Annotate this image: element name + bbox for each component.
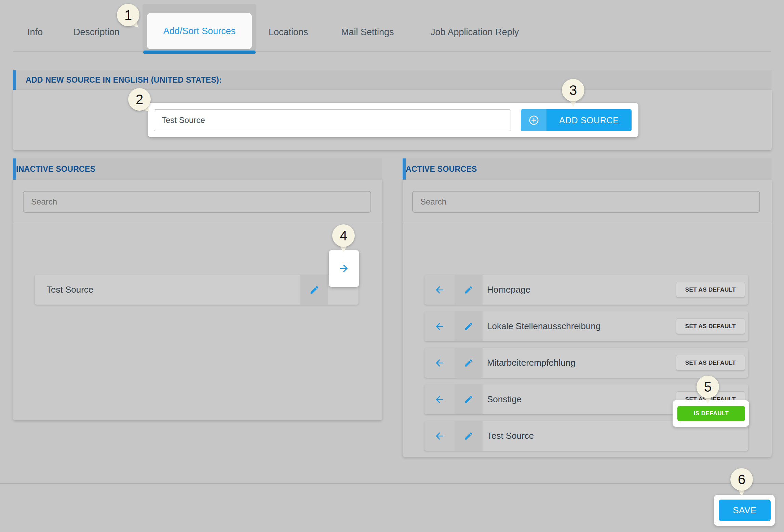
edit-source-button[interactable]: [455, 275, 483, 305]
save-button[interactable]: SAVE: [719, 500, 771, 521]
callout-1-number: 1: [117, 4, 139, 26]
tab-add-sort-sources[interactable]: Add/Sort Sources: [143, 4, 256, 54]
callout-6: 6: [730, 468, 753, 491]
callout-5: 5: [697, 376, 719, 398]
callout-3: 3: [562, 79, 584, 101]
callout-4: 4: [332, 224, 355, 247]
tab-job-application-reply[interactable]: Job Application Reply: [431, 25, 519, 39]
active-list-divider: [403, 223, 772, 223]
set-as-default-button[interactable]: SET AS DEFAULT: [676, 355, 745, 370]
active-source-row: Lokale Stellenausschreibung SET AS DEFAU…: [424, 311, 748, 341]
inactive-list-divider: [13, 223, 382, 223]
edit-source-button[interactable]: [455, 311, 483, 341]
active-source-row: Homepage SET AS DEFAULT: [424, 275, 748, 305]
add-source-button-label: ADD SOURCE: [546, 109, 632, 131]
set-as-default-button[interactable]: SET AS DEFAULT: [676, 282, 745, 297]
active-search-input[interactable]: [412, 191, 760, 213]
tab-description[interactable]: Description: [73, 25, 120, 39]
move-to-inactive-button[interactable]: [424, 384, 455, 414]
active-source-row: Mitarbeiterempfehlung SET AS DEFAULT: [424, 348, 748, 378]
active-sources-header: ACTIVE SOURCES: [403, 158, 772, 180]
callout-3-number: 3: [562, 79, 584, 101]
inactive-search-input[interactable]: [23, 191, 371, 213]
active-source-label: Lokale Stellenausschreibung: [487, 311, 600, 341]
edit-source-button[interactable]: [455, 384, 483, 414]
inactive-source-row: Test Source: [35, 275, 359, 305]
move-to-inactive-button[interactable]: [424, 311, 455, 341]
arrow-left-icon: [434, 431, 445, 442]
tab-info[interactable]: Info: [27, 25, 43, 39]
add-source-header: ADD NEW SOURCE IN ENGLISH (UNITED STATES…: [13, 70, 772, 90]
active-sources-title: ACTIVE SOURCES: [406, 158, 772, 180]
arrow-left-icon: [434, 394, 445, 405]
add-source-title: ADD NEW SOURCE IN ENGLISH (UNITED STATES…: [16, 70, 772, 90]
is-default-badge: IS DEFAULT: [677, 406, 745, 421]
callout-2-number: 2: [128, 88, 151, 111]
active-source-label: Test Source: [487, 421, 534, 451]
add-source-button[interactable]: ADD SOURCE: [521, 109, 632, 131]
move-to-inactive-button[interactable]: [424, 275, 455, 305]
pencil-icon: [464, 358, 473, 368]
edit-source-button[interactable]: [300, 275, 328, 305]
tab-locations[interactable]: Locations: [269, 25, 308, 39]
edit-source-button[interactable]: [455, 421, 483, 451]
active-tab-underline: [143, 51, 256, 54]
active-source-label: Mitarbeiterempfehlung: [487, 348, 576, 378]
edit-source-button[interactable]: [455, 348, 483, 378]
active-tab-label: Add/Sort Sources: [143, 13, 256, 49]
pencil-icon: [464, 322, 473, 331]
active-source-label: Sonstige: [487, 384, 522, 414]
inactive-sources-title: INACTIVE SOURCES: [16, 158, 382, 180]
move-to-inactive-button[interactable]: [424, 421, 455, 451]
arrow-left-icon: [434, 358, 445, 368]
tab-mail-settings[interactable]: Mail Settings: [341, 25, 394, 39]
callout-5-number: 5: [697, 376, 719, 398]
callout-4-number: 4: [332, 224, 355, 247]
pencil-icon: [464, 395, 473, 404]
arrow-left-icon: [434, 321, 445, 332]
inactive-source-label: Test Source: [46, 275, 93, 305]
set-as-default-button[interactable]: SET AS DEFAULT: [676, 318, 745, 334]
footer-divider: [0, 483, 784, 484]
pencil-icon: [464, 431, 473, 441]
inactive-sources-header: INACTIVE SOURCES: [13, 158, 382, 180]
callout-1: 1: [117, 4, 139, 26]
add-sort-sources-page: Info Description Add/Sort Sources Locati…: [0, 0, 784, 532]
active-source-label: Homepage: [487, 275, 530, 305]
pencil-icon: [309, 285, 320, 295]
arrow-right-icon: [338, 263, 350, 274]
arrow-left-icon: [434, 284, 445, 295]
inactive-sources-list-area: Test Source: [13, 180, 382, 420]
pencil-icon: [464, 285, 473, 295]
move-to-inactive-button[interactable]: [424, 348, 455, 378]
new-source-input[interactable]: [154, 109, 511, 131]
tabs-divider: [13, 51, 771, 52]
move-to-active-button[interactable]: [332, 257, 355, 280]
callout-6-number: 6: [730, 468, 753, 491]
callout-2: 2: [128, 88, 151, 111]
plus-circle-icon: [521, 109, 546, 131]
inactive-sources-panel: INACTIVE SOURCES Test Source: [13, 158, 382, 420]
